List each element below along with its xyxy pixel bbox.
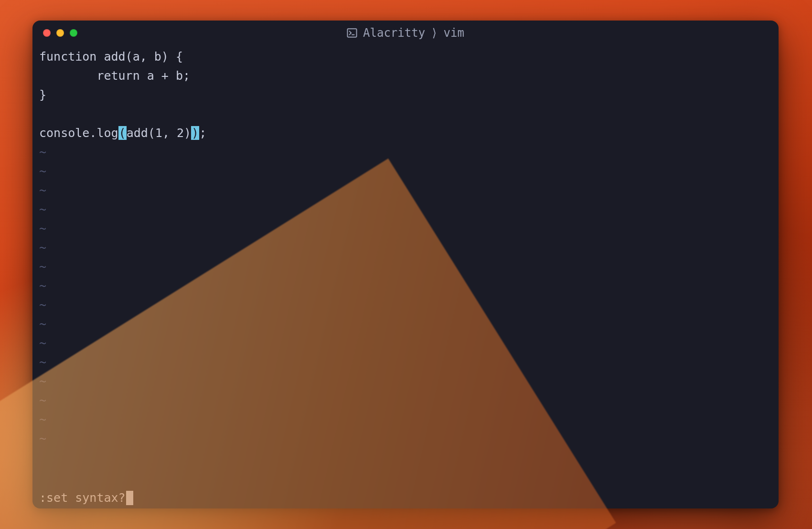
vim-empty-line: ~	[39, 429, 772, 448]
code-line-blank	[39, 105, 772, 124]
window-title-proc: vim	[444, 26, 464, 40]
svg-rect-0	[348, 29, 357, 37]
match-paren-open: (	[118, 126, 127, 140]
terminal-viewport[interactable]: function add(a, b) { return a + b; } con…	[32, 45, 779, 508]
terminal-window: Alacritty ⟩ vim function add(a, b) { ret…	[32, 21, 779, 508]
vim-empty-line: ~	[39, 257, 772, 276]
vim-empty-line: ~	[39, 181, 772, 200]
vim-empty-line: ~	[39, 143, 772, 162]
minimize-button[interactable]	[56, 29, 64, 37]
code-text: add(1, 2)	[127, 126, 191, 140]
code-text: return a + b;	[39, 69, 190, 83]
code-line: function add(a, b) {	[39, 47, 772, 66]
window-title-app: Alacritty	[363, 26, 425, 40]
close-button[interactable]	[43, 29, 51, 37]
code-text: function add(a, b) {	[39, 50, 183, 63]
vim-empty-line: ~	[39, 410, 772, 429]
cursor-block-icon	[126, 491, 133, 505]
vim-empty-line: ~	[39, 162, 772, 181]
code-line: console.log(add(1, 2));	[39, 124, 772, 143]
vim-empty-line: ~	[39, 372, 772, 391]
command-text: :set syntax?	[39, 488, 126, 508]
code-line: return a + b;	[39, 66, 772, 85]
vim-command-line[interactable]: :set syntax?	[39, 489, 772, 508]
window-traffic-lights	[43, 29, 77, 37]
code-text: ;	[199, 126, 206, 140]
empty-lines-region: ~~~~~~~~~~~~~~~~	[39, 143, 772, 489]
window-titlebar[interactable]: Alacritty ⟩ vim	[32, 21, 779, 45]
vim-empty-line: ~	[39, 334, 772, 353]
window-title: Alacritty ⟩ vim	[347, 26, 464, 40]
terminal-icon	[347, 28, 357, 38]
code-text: }	[39, 88, 46, 102]
vim-empty-line: ~	[39, 238, 772, 257]
vim-empty-line: ~	[39, 296, 772, 315]
match-paren-close: )	[191, 126, 199, 140]
vim-empty-line: ~	[39, 200, 772, 219]
vim-empty-line: ~	[39, 219, 772, 238]
code-line: }	[39, 85, 772, 105]
vim-empty-line: ~	[39, 315, 772, 334]
zoom-button[interactable]	[70, 29, 77, 37]
vim-empty-line: ~	[39, 276, 772, 296]
vim-empty-line: ~	[39, 353, 772, 372]
code-text: console.log	[39, 126, 118, 140]
vim-empty-line: ~	[39, 391, 772, 410]
window-title-sep: ⟩	[431, 26, 438, 40]
